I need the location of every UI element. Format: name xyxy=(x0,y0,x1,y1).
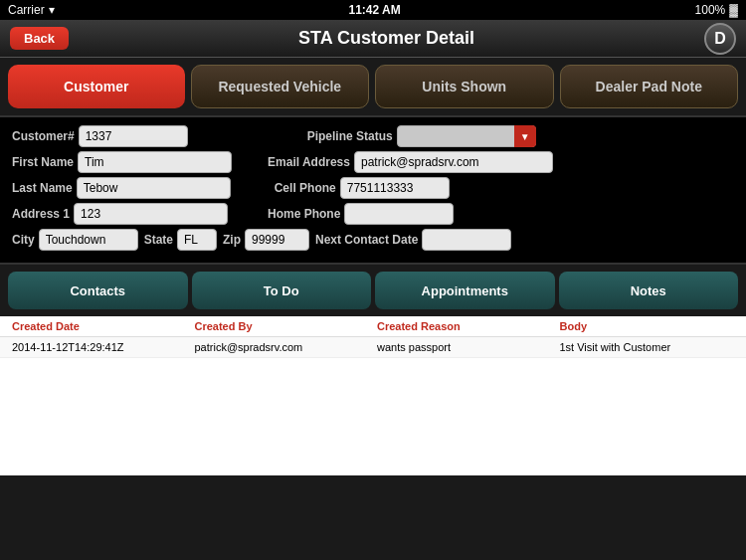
tab-contacts[interactable]: Contacts xyxy=(8,272,188,309)
state-input[interactable] xyxy=(177,229,217,251)
form-row-customer-pipeline: Customer# Pipeline Status ▼ xyxy=(12,125,734,147)
col-body: Body xyxy=(556,318,739,334)
carrier-label: Carrier xyxy=(8,3,45,17)
col-created-date: Created Date xyxy=(8,318,191,334)
cell-created-reason: wants passport xyxy=(373,339,556,355)
wifi-icon: ▾ xyxy=(49,3,55,17)
first-name-label: First Name xyxy=(12,155,74,169)
tab-notes-label: Notes xyxy=(631,283,666,298)
tab-to-do-label: To Do xyxy=(264,283,299,298)
last-name-input[interactable] xyxy=(77,177,231,199)
tab-units-shown[interactable]: Units Shown xyxy=(375,65,554,108)
tab-appointments[interactable]: Appointments xyxy=(375,272,555,309)
next-contact-label: Next Contact Date xyxy=(315,233,418,247)
pipeline-status-wrapper: ▼ xyxy=(397,125,536,147)
status-right: 100% ▓ xyxy=(695,3,738,17)
last-name-label: Last Name xyxy=(12,181,73,195)
tab-customer[interactable]: Customer xyxy=(8,65,185,108)
header: Back STA Customer Detail D xyxy=(0,20,746,58)
cell-phone-input[interactable] xyxy=(340,177,450,199)
email-input[interactable] xyxy=(354,151,553,173)
col-created-reason: Created Reason xyxy=(373,318,556,334)
zip-input[interactable] xyxy=(245,229,309,251)
first-name-input[interactable] xyxy=(78,151,232,173)
cell-body: 1st Visit with Customer xyxy=(556,339,739,355)
city-label: City xyxy=(12,233,35,247)
cell-created-by: patrick@spradsrv.com xyxy=(191,339,374,355)
cell-phone-label: Cell Phone xyxy=(275,181,336,195)
back-button[interactable]: Back xyxy=(10,27,69,50)
page-title: STA Customer Detail xyxy=(69,28,704,49)
contacts-table: Created Date Created By Created Reason B… xyxy=(0,316,746,475)
state-label: State xyxy=(144,233,173,247)
tab-dealer-pad-note[interactable]: Dealer Pad Note xyxy=(560,65,739,108)
tab-dealer-pad-note-label: Dealer Pad Note xyxy=(596,79,702,94)
top-tabs: Customer Requested Vehicle Units Shown D… xyxy=(0,58,746,115)
tab-contacts-label: Contacts xyxy=(70,283,125,298)
next-contact-input[interactable] xyxy=(422,229,511,251)
tab-notes[interactable]: Notes xyxy=(559,272,739,309)
address1-input[interactable] xyxy=(74,203,228,225)
col-created-by: Created By xyxy=(191,318,374,334)
table-row: 2014-11-12T14:29:41Z patrick@spradsrv.co… xyxy=(0,337,746,358)
tab-units-shown-label: Units Shown xyxy=(422,79,506,94)
pipeline-status-label: Pipeline Status xyxy=(307,129,393,143)
form-row-lastname-cell: Last Name Cell Phone xyxy=(12,177,734,199)
form-row-address-homephone: Address 1 Home Phone xyxy=(12,203,734,225)
user-icon: D xyxy=(704,23,736,55)
customer-num-label: Customer# xyxy=(12,129,75,143)
battery-icon: ▓ xyxy=(729,3,738,17)
battery-label: 100% xyxy=(695,3,726,17)
status-bar: Carrier ▾ 11:42 AM 100% ▓ xyxy=(0,0,746,20)
home-phone-label: Home Phone xyxy=(268,207,340,221)
tab-to-do[interactable]: To Do xyxy=(192,272,372,309)
status-time: 11:42 AM xyxy=(348,3,400,17)
city-input[interactable] xyxy=(39,229,138,251)
bottom-tabs: Contacts To Do Appointments Notes xyxy=(0,265,746,316)
tab-requested-vehicle[interactable]: Requested Vehicle xyxy=(191,65,370,108)
tab-customer-label: Customer xyxy=(64,79,128,94)
tab-requested-vehicle-label: Requested Vehicle xyxy=(218,79,341,94)
pipeline-status-select[interactable] xyxy=(397,125,536,147)
email-label: Email Address xyxy=(268,155,350,169)
form-row-city-zip-contact: City State Zip Next Contact Date xyxy=(12,229,734,251)
customer-num-input[interactable] xyxy=(79,125,188,147)
cell-created-date: 2014-11-12T14:29:41Z xyxy=(8,339,191,355)
table-header: Created Date Created By Created Reason B… xyxy=(0,316,746,337)
status-left: Carrier ▾ xyxy=(8,3,55,17)
form-row-firstname-email: First Name Email Address xyxy=(12,151,734,173)
zip-label: Zip xyxy=(223,233,241,247)
tab-appointments-label: Appointments xyxy=(422,283,508,298)
customer-form: Customer# Pipeline Status ▼ First Name E… xyxy=(0,115,746,265)
address1-label: Address 1 xyxy=(12,207,70,221)
home-phone-input[interactable] xyxy=(344,203,454,225)
